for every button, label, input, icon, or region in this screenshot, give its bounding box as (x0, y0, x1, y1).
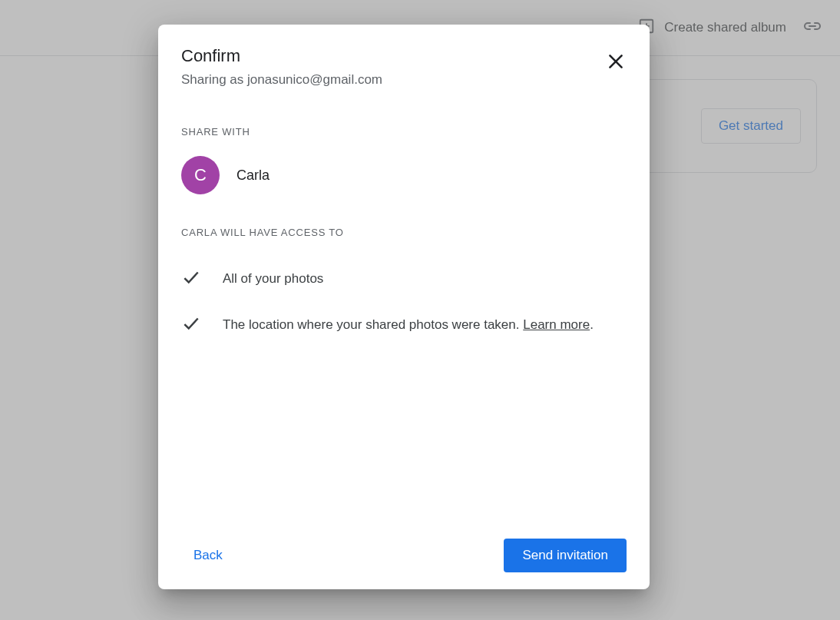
modal-title: Confirm (181, 46, 627, 66)
access-item-text: The location where your shared photos we… (223, 317, 594, 333)
learn-more-link[interactable]: Learn more (523, 317, 590, 332)
confirm-share-modal: Confirm Sharing as jonasunico@gmail.com … (158, 25, 650, 589)
contact-name: Carla (236, 167, 270, 184)
access-list: All of your photos The location where yo… (158, 267, 650, 360)
send-invitation-button[interactable]: Send invitation (504, 539, 627, 572)
access-item-text-part: The location where your shared photos we… (223, 317, 523, 332)
modal-header: Confirm Sharing as jonasunico@gmail.com (158, 25, 650, 88)
access-item: All of your photos (181, 267, 627, 290)
check-icon (181, 267, 201, 290)
back-button[interactable]: Back (181, 540, 235, 571)
modal-footer: Back Send invitation (158, 523, 650, 589)
period: . (590, 317, 594, 332)
access-item: The location where your shared photos we… (181, 313, 627, 337)
access-item-text: All of your photos (223, 271, 323, 287)
contact-row: C Carla (158, 156, 650, 194)
check-icon (181, 313, 201, 337)
close-icon (606, 51, 626, 75)
modal-subtitle: Sharing as jonasunico@gmail.com (181, 72, 627, 88)
close-button[interactable] (600, 48, 631, 78)
access-header-label: CARLA WILL HAVE ACCESS TO (158, 227, 650, 238)
contact-avatar: C (181, 156, 220, 194)
share-with-label: SHARE WITH (158, 126, 650, 138)
